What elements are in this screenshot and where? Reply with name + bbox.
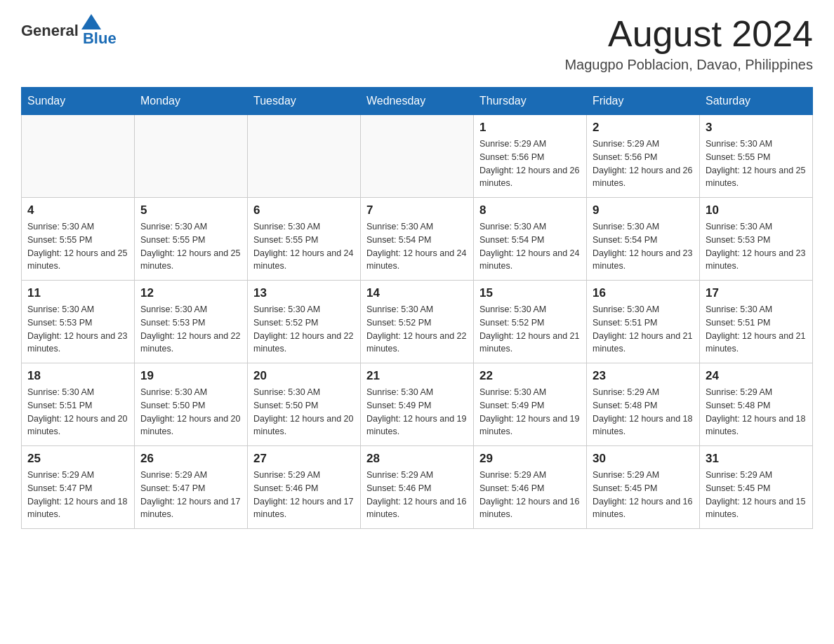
- day-number: 30: [593, 452, 694, 466]
- col-header-friday: Friday: [587, 88, 700, 115]
- calendar-day-cell: 4Sunrise: 5:30 AMSunset: 5:55 PMDaylight…: [22, 198, 135, 281]
- calendar-day-cell: 31Sunrise: 5:29 AMSunset: 5:45 PMDayligh…: [700, 446, 813, 529]
- calendar-week-row: 18Sunrise: 5:30 AMSunset: 5:51 PMDayligh…: [22, 363, 813, 446]
- day-info: Sunrise: 5:30 AMSunset: 5:50 PMDaylight:…: [140, 386, 241, 438]
- day-number: 20: [253, 369, 355, 383]
- day-number: 21: [366, 369, 468, 383]
- day-info: Sunrise: 5:29 AMSunset: 5:47 PMDaylight:…: [27, 469, 128, 521]
- calendar-day-cell: 22Sunrise: 5:30 AMSunset: 5:49 PMDayligh…: [474, 363, 587, 446]
- logo-text-general: General: [21, 22, 79, 40]
- day-number: 16: [593, 286, 694, 300]
- day-number: 12: [140, 286, 241, 300]
- day-info: Sunrise: 5:29 AMSunset: 5:45 PMDaylight:…: [706, 469, 807, 521]
- day-info: Sunrise: 5:30 AMSunset: 5:53 PMDaylight:…: [140, 303, 241, 356]
- calendar-day-cell: 18Sunrise: 5:30 AMSunset: 5:51 PMDayligh…: [22, 363, 135, 446]
- day-number: 25: [27, 452, 128, 466]
- day-number: 5: [140, 203, 241, 217]
- calendar-day-cell: 28Sunrise: 5:29 AMSunset: 5:46 PMDayligh…: [361, 446, 474, 529]
- day-info: Sunrise: 5:30 AMSunset: 5:55 PMDaylight:…: [706, 137, 807, 190]
- calendar-day-cell: 9Sunrise: 5:30 AMSunset: 5:54 PMDaylight…: [587, 198, 700, 281]
- day-number: 19: [140, 369, 241, 383]
- day-info: Sunrise: 5:30 AMSunset: 5:51 PMDaylight:…: [593, 303, 694, 356]
- logo-triangle2-icon: [91, 14, 101, 29]
- calendar-day-cell: 26Sunrise: 5:29 AMSunset: 5:47 PMDayligh…: [135, 446, 248, 529]
- calendar-day-cell: 25Sunrise: 5:29 AMSunset: 5:47 PMDayligh…: [22, 446, 135, 529]
- day-info: Sunrise: 5:29 AMSunset: 5:48 PMDaylight:…: [706, 386, 807, 438]
- day-number: 15: [479, 286, 581, 300]
- day-info: Sunrise: 5:30 AMSunset: 5:51 PMDaylight:…: [27, 386, 128, 438]
- logo: General Blue: [21, 14, 117, 48]
- calendar-day-cell: 12Sunrise: 5:30 AMSunset: 5:53 PMDayligh…: [135, 281, 248, 363]
- day-info: Sunrise: 5:30 AMSunset: 5:55 PMDaylight:…: [140, 220, 241, 273]
- day-number: 24: [706, 369, 807, 383]
- day-number: 31: [706, 452, 807, 466]
- day-info: Sunrise: 5:29 AMSunset: 5:45 PMDaylight:…: [593, 469, 694, 521]
- calendar-day-cell: 7Sunrise: 5:30 AMSunset: 5:54 PMDaylight…: [361, 198, 474, 281]
- col-header-sunday: Sunday: [22, 88, 135, 115]
- day-number: 1: [479, 121, 581, 135]
- col-header-tuesday: Tuesday: [248, 88, 361, 115]
- day-info: Sunrise: 5:30 AMSunset: 5:51 PMDaylight:…: [706, 303, 807, 356]
- calendar-day-cell: 19Sunrise: 5:30 AMSunset: 5:50 PMDayligh…: [135, 363, 248, 446]
- day-number: 18: [27, 369, 128, 383]
- day-info: Sunrise: 5:29 AMSunset: 5:47 PMDaylight:…: [140, 469, 241, 521]
- calendar-day-cell: [22, 115, 135, 198]
- calendar-day-cell: 2Sunrise: 5:29 AMSunset: 5:56 PMDaylight…: [587, 115, 700, 198]
- calendar-day-cell: [248, 115, 361, 198]
- day-info: Sunrise: 5:29 AMSunset: 5:48 PMDaylight:…: [593, 386, 694, 438]
- day-info: Sunrise: 5:30 AMSunset: 5:53 PMDaylight:…: [706, 220, 807, 273]
- day-info: Sunrise: 5:29 AMSunset: 5:46 PMDaylight:…: [479, 469, 581, 521]
- day-number: 28: [366, 452, 468, 466]
- day-number: 11: [27, 286, 128, 300]
- day-info: Sunrise: 5:30 AMSunset: 5:55 PMDaylight:…: [253, 220, 355, 273]
- location-subtitle: Magugpo Poblacion, Davao, Philippines: [564, 57, 813, 73]
- day-number: 14: [366, 286, 468, 300]
- calendar-day-cell: 17Sunrise: 5:30 AMSunset: 5:51 PMDayligh…: [700, 281, 813, 363]
- day-number: 6: [253, 203, 355, 217]
- day-info: Sunrise: 5:30 AMSunset: 5:49 PMDaylight:…: [366, 386, 468, 438]
- day-info: Sunrise: 5:29 AMSunset: 5:46 PMDaylight:…: [366, 469, 468, 521]
- day-number: 22: [479, 369, 581, 383]
- calendar-day-cell: [135, 115, 248, 198]
- calendar-day-cell: [361, 115, 474, 198]
- day-number: 23: [593, 369, 694, 383]
- calendar-day-cell: 5Sunrise: 5:30 AMSunset: 5:55 PMDaylight…: [135, 198, 248, 281]
- day-number: 4: [27, 203, 128, 217]
- col-header-wednesday: Wednesday: [361, 88, 474, 115]
- day-number: 26: [140, 452, 241, 466]
- col-header-monday: Monday: [135, 88, 248, 115]
- day-number: 10: [706, 203, 807, 217]
- day-info: Sunrise: 5:29 AMSunset: 5:56 PMDaylight:…: [593, 137, 694, 190]
- day-info: Sunrise: 5:30 AMSunset: 5:52 PMDaylight:…: [479, 303, 581, 356]
- day-info: Sunrise: 5:30 AMSunset: 5:53 PMDaylight:…: [27, 303, 128, 356]
- calendar-week-row: 25Sunrise: 5:29 AMSunset: 5:47 PMDayligh…: [22, 446, 813, 529]
- day-number: 27: [253, 452, 355, 466]
- calendar-day-cell: 14Sunrise: 5:30 AMSunset: 5:52 PMDayligh…: [361, 281, 474, 363]
- calendar-week-row: 1Sunrise: 5:29 AMSunset: 5:56 PMDaylight…: [22, 115, 813, 198]
- page-header: General Blue August 2024 Magugpo Poblaci…: [21, 14, 813, 73]
- day-info: Sunrise: 5:30 AMSunset: 5:54 PMDaylight:…: [593, 220, 694, 273]
- calendar-week-row: 11Sunrise: 5:30 AMSunset: 5:53 PMDayligh…: [22, 281, 813, 363]
- calendar-day-cell: 8Sunrise: 5:30 AMSunset: 5:54 PMDaylight…: [474, 198, 587, 281]
- day-info: Sunrise: 5:30 AMSunset: 5:54 PMDaylight:…: [366, 220, 468, 273]
- calendar-day-cell: 23Sunrise: 5:29 AMSunset: 5:48 PMDayligh…: [587, 363, 700, 446]
- day-info: Sunrise: 5:30 AMSunset: 5:55 PMDaylight:…: [27, 220, 128, 273]
- calendar-day-cell: 16Sunrise: 5:30 AMSunset: 5:51 PMDayligh…: [587, 281, 700, 363]
- calendar-day-cell: 29Sunrise: 5:29 AMSunset: 5:46 PMDayligh…: [474, 446, 587, 529]
- calendar-day-cell: 27Sunrise: 5:29 AMSunset: 5:46 PMDayligh…: [248, 446, 361, 529]
- calendar-day-cell: 21Sunrise: 5:30 AMSunset: 5:49 PMDayligh…: [361, 363, 474, 446]
- day-info: Sunrise: 5:30 AMSunset: 5:49 PMDaylight:…: [479, 386, 581, 438]
- calendar-day-cell: 1Sunrise: 5:29 AMSunset: 5:56 PMDaylight…: [474, 115, 587, 198]
- month-title: August 2024: [564, 14, 813, 54]
- day-info: Sunrise: 5:30 AMSunset: 5:54 PMDaylight:…: [479, 220, 581, 273]
- calendar-day-cell: 11Sunrise: 5:30 AMSunset: 5:53 PMDayligh…: [22, 281, 135, 363]
- calendar-header-row: SundayMondayTuesdayWednesdayThursdayFrid…: [22, 88, 813, 115]
- calendar-week-row: 4Sunrise: 5:30 AMSunset: 5:55 PMDaylight…: [22, 198, 813, 281]
- calendar-day-cell: 6Sunrise: 5:30 AMSunset: 5:55 PMDaylight…: [248, 198, 361, 281]
- logo-text-blue: Blue: [83, 29, 117, 48]
- calendar-table: SundayMondayTuesdayWednesdayThursdayFrid…: [21, 87, 813, 529]
- day-number: 9: [593, 203, 694, 217]
- calendar-day-cell: 30Sunrise: 5:29 AMSunset: 5:45 PMDayligh…: [587, 446, 700, 529]
- col-header-saturday: Saturday: [700, 88, 813, 115]
- calendar-day-cell: 20Sunrise: 5:30 AMSunset: 5:50 PMDayligh…: [248, 363, 361, 446]
